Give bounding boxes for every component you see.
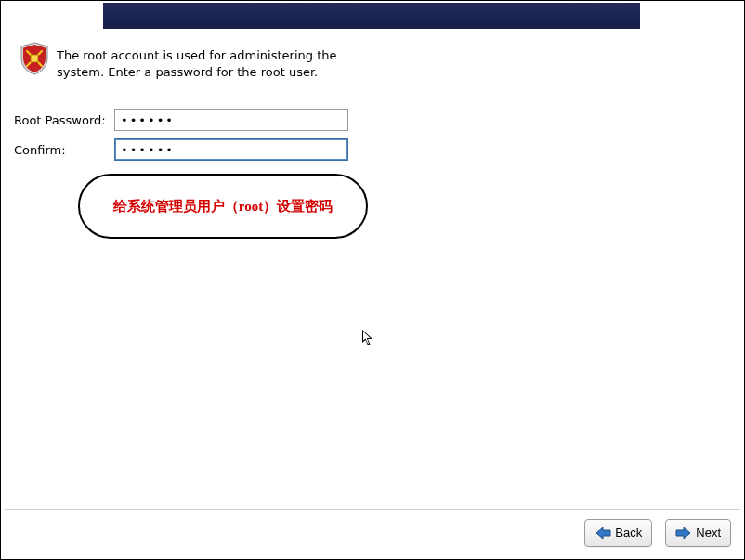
back-button-label: Back <box>615 526 642 540</box>
header-row: The root account is used for administeri… <box>20 42 716 80</box>
arrow-left-icon <box>595 527 611 540</box>
password-form: Root Password: Confirm: <box>12 105 348 164</box>
confirm-password-label: Confirm: <box>12 143 114 157</box>
confirm-password-input[interactable] <box>114 138 348 161</box>
root-password-row: Root Password: <box>12 105 348 135</box>
root-password-input[interactable] <box>114 109 348 131</box>
top-banner <box>103 3 640 29</box>
shield-icon <box>20 42 49 75</box>
header-description: The root account is used for administeri… <box>57 42 363 80</box>
next-button-label: Next <box>696 526 721 540</box>
next-button[interactable]: Next <box>665 519 731 547</box>
back-button[interactable]: Back <box>584 519 652 547</box>
root-password-label: Root Password: <box>12 113 114 127</box>
annotation-text: 给系统管理员用户（root）设置密码 <box>113 198 333 215</box>
svg-rect-2 <box>31 55 38 62</box>
confirm-password-row: Confirm: <box>12 135 348 164</box>
mouse-cursor-icon <box>361 329 376 347</box>
annotation-callout: 给系统管理员用户（root）设置密码 <box>78 174 368 239</box>
arrow-right-icon <box>675 527 692 540</box>
button-bar: Back Next <box>5 509 740 555</box>
